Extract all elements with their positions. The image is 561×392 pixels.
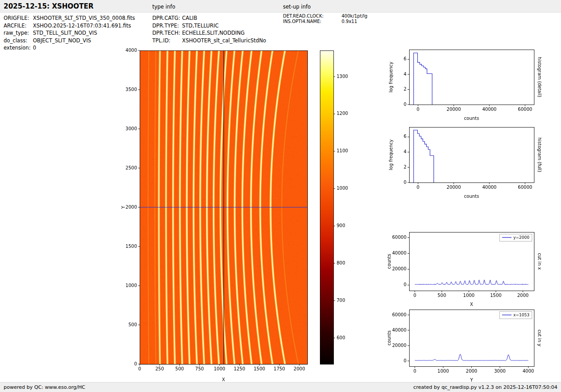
field-dpr-tech: DPR.TECH: ECHELLE,SLIT,NODDING [152, 29, 266, 37]
field-value: XSHOOTER_SLT_STD_VIS_350_0008.fits [33, 14, 135, 22]
setup-info-block: DET.READ.CLOCK: 400k/1pt/lg INS.OPTI4.NA… [283, 14, 367, 24]
header-bar: 2025-12-15: XSHOOTER type info set-up in… [0, 0, 561, 13]
type-info-heading: type info [152, 4, 175, 10]
field-label: ORIGFILE: [4, 14, 33, 22]
field-value: XSHOO.2025-12-16T07:03:41.691.fits [33, 22, 131, 30]
field-value: 0 [33, 44, 36, 52]
histogram-full-plot [383, 123, 561, 204]
footer-credit: powered by QC: www.eso.org/HC [4, 384, 85, 390]
cut-in-y-plot [383, 305, 561, 382]
field-label: DPR.TYPE: [152, 22, 182, 30]
field-value: 400k/1pt/lg [342, 14, 367, 19]
field-raw-type: raw_type: STD_TELL_SLIT_NOD_VIS [4, 29, 135, 37]
field-value: 0.9x11 [342, 19, 357, 24]
field-value: OBJECT_SLIT_NOD_VIS [33, 37, 91, 45]
qc-report-page: 2025-12-15: XSHOOTER type info set-up in… [0, 0, 561, 392]
field-label: raw_type: [4, 29, 33, 37]
field-det-read-clock: DET.READ.CLOCK: 400k/1pt/lg [283, 14, 367, 19]
field-ins-opti4-name: INS.OPTI4.NAME: 0.9x11 [283, 19, 367, 24]
cut-in-x-plot [383, 228, 561, 309]
page-title: 2025-12-15: XSHOOTER [4, 2, 94, 10]
field-label: do_class: [4, 37, 33, 45]
setup-info-heading: set-up info [283, 4, 311, 10]
field-value: CALIB [182, 14, 197, 22]
field-label: DPR.CATG: [152, 14, 182, 22]
field-label: DPR.TECH: [152, 29, 182, 37]
histogram-detail-plot [383, 45, 561, 126]
type-info-block: DPR.CATG: CALIB DPR.TYPE: STD,TELLURIC D… [152, 14, 266, 44]
field-dpr-type: DPR.TYPE: STD,TELLURIC [152, 22, 266, 30]
footer-created-by: created by qc_rawdisp.py v1.2.3 on 2025-… [413, 384, 557, 390]
field-origfile: ORIGFILE: XSHOOTER_SLT_STD_VIS_350_0008.… [4, 14, 135, 22]
field-arcfile: ARCFILE: XSHOO.2025-12-16T07:03:41.691.f… [4, 22, 135, 30]
echelle-image-plot [115, 43, 313, 387]
field-label: DET.READ.CLOCK: [283, 14, 342, 19]
field-label: extension: [4, 44, 33, 52]
colorbar [315, 43, 356, 387]
field-value: STD,TELLURIC [182, 22, 219, 30]
field-value: ECHELLE,SLIT,NODDING [182, 29, 245, 37]
field-label: ARCFILE: [4, 22, 33, 30]
footer-bar: powered by QC: www.eso.org/HC created by… [0, 382, 561, 392]
field-dpr-catg: DPR.CATG: CALIB [152, 14, 266, 22]
field-value: STD_TELL_SLIT_NOD_VIS [33, 29, 97, 37]
field-label: INS.OPTI4.NAME: [283, 19, 342, 24]
